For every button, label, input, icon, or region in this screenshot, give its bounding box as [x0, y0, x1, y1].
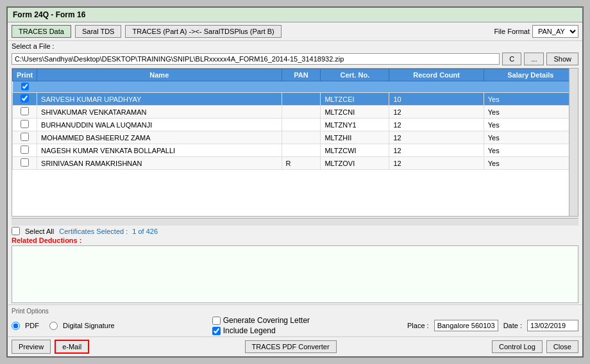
row-checkbox[interactable] [21, 145, 29, 154]
footer-right: Control Log Close [492, 340, 578, 353]
select-all-checkbox[interactable] [12, 227, 20, 235]
table-row[interactable]: SARVESH KUMAR UPADHYAYMLTZCEI10Yes [13, 93, 578, 106]
row-name: SRINIVASAN RAMAKRISHNAN [37, 157, 282, 170]
row-pan [282, 144, 321, 157]
main-window: Form 24Q - Form 16 TRACES Data Saral TDS… [6, 6, 584, 358]
row-name: MOHAMMED BASHEERUZ ZAMA [37, 131, 282, 144]
select-all-label: Select All [25, 228, 54, 235]
cert-selected-label: Certificates Selected : [59, 228, 128, 235]
file-path-row: C:\Users\Sandhya\Desktop\DESKTOP\TRAININ… [8, 51, 582, 67]
generate-covering-label: Generate Covering Letter [223, 316, 310, 325]
row-name: NAGESH KUMAR VENKATA BOLLAPALLI [37, 144, 282, 157]
col-pan: PAN [282, 69, 321, 81]
include-legend-label: Include Legend [223, 326, 276, 335]
row-name: SARVESH KUMAR UPADHYAY [37, 93, 282, 106]
row-pan [282, 93, 321, 106]
table-row[interactable]: MOHAMMED BASHEERUZ ZAMAMLTZHII12Yes [13, 131, 578, 144]
table-row[interactable]: BURHANUDDIN WALA LUQMANJIMLTZNY112Yes [13, 119, 578, 131]
related-deductions-section: Related Deductions : [8, 235, 582, 304]
col-print: Print [13, 69, 37, 81]
row-salary: Yes [484, 93, 577, 106]
table-row[interactable]: SRINIVASAN RAMAKRISHNANRMLTZOVI12Yes [13, 157, 578, 170]
header-checkbox[interactable] [21, 83, 29, 90]
cert-selected-value: 1 of 426 [132, 228, 158, 235]
pdf-label: PDF [25, 322, 39, 329]
row-checkbox[interactable] [21, 133, 29, 141]
title-bar: Form 24Q - Form 16 [8, 8, 582, 22]
browse-button[interactable]: ... [524, 53, 544, 65]
row-name: BURHANUDDIN WALA LUQMANJI [37, 119, 282, 131]
row-cert-no: MLTZOVI [321, 157, 389, 170]
row-record-count: 12 [389, 106, 484, 119]
pdf-radio[interactable] [12, 322, 20, 330]
related-deductions-label: Related Deductions : [12, 236, 578, 244]
footer-center: TRACES PDF Converter [245, 340, 337, 353]
row-salary: Yes [484, 119, 577, 131]
place-date-row: Place : Date : [407, 320, 578, 331]
row-checkbox[interactable] [21, 120, 29, 128]
traces-pdf-button[interactable]: TRACES PDF Converter [245, 340, 337, 353]
row-cert-no: MLTZCWI [321, 144, 389, 157]
row-name: SHIVAKUMAR VENKATARAMAN [37, 106, 282, 119]
row-salary: Yes [484, 106, 577, 119]
file-format-row: File Format PAN_AY [494, 25, 578, 38]
show-button[interactable]: Show [546, 53, 578, 65]
row-checkbox[interactable] [21, 94, 29, 103]
c-button[interactable]: C [502, 53, 521, 65]
row-cert-no: MLTZCEI [321, 93, 389, 106]
row-pan [282, 119, 321, 131]
print-options-section: Print Options PDF Digital Signature Gene… [8, 304, 582, 336]
row-pan: R [282, 157, 321, 170]
control-log-button[interactable]: Control Log [492, 340, 543, 353]
table-row[interactable]: SHIVAKUMAR VENKATARAMANMLTZCNI12Yes [13, 106, 578, 119]
date-input[interactable] [527, 320, 578, 331]
place-input[interactable] [434, 320, 498, 331]
close-button[interactable]: Close [546, 340, 578, 353]
data-table: Print Name PAN Cert. No. Record Count Sa… [12, 69, 578, 170]
place-label: Place : [407, 322, 429, 329]
file-path-display: C:\Users\Sandhya\Desktop\DESKTOP\TRAININ… [12, 53, 500, 65]
vertical-scrollbar[interactable] [569, 69, 578, 216]
select-all-bar: Select All Certificates Selected : 1 of … [8, 226, 582, 235]
row-record-count: 12 [389, 119, 484, 131]
table-body: SARVESH KUMAR UPADHYAYMLTZCEI10YesSHIVAK… [13, 93, 578, 170]
select-file-label: Select a File : [12, 42, 55, 50]
col-salary-details: Salary Details [484, 69, 577, 81]
generate-covering-checkbox[interactable] [212, 317, 221, 325]
row-cert-no: MLTZHII [321, 131, 389, 144]
related-deductions-box [12, 245, 578, 303]
include-legend-checkbox[interactable] [212, 327, 221, 335]
print-mode-row: PDF Digital Signature [12, 322, 115, 330]
toolbar: TRACES Data Saral TDS TRACES (Part A) ->… [8, 22, 582, 41]
traces-part-button[interactable]: TRACES (Part A) -><- SaralTDSPlus (Part … [125, 25, 281, 38]
row-record-count: 10 [389, 93, 484, 106]
date-label: Date : [503, 322, 522, 329]
row-salary: Yes [484, 144, 577, 157]
file-row: Select a File : [8, 41, 582, 51]
file-format-label: File Format [494, 28, 530, 35]
row-checkbox[interactable] [21, 107, 29, 115]
digital-sig-radio[interactable] [49, 322, 58, 330]
email-button[interactable]: e-Mail [55, 340, 89, 354]
row-record-count: 12 [389, 131, 484, 144]
row-pan [282, 131, 321, 144]
row-pan [282, 106, 321, 119]
col-name: Name [37, 69, 282, 81]
traces-data-button[interactable]: TRACES Data [12, 25, 71, 38]
table-row[interactable]: NAGESH KUMAR VENKATA BOLLAPALLIMLTZCWI12… [13, 144, 578, 157]
row-checkbox[interactable] [21, 158, 29, 167]
window-title: Form 24Q - Form 16 [13, 10, 85, 19]
horizontal-scrollbar[interactable] [12, 218, 578, 226]
saral-tds-button[interactable]: Saral TDS [75, 25, 122, 38]
row-cert-no: MLTZCNI [321, 106, 389, 119]
include-legend-row: Include Legend [212, 326, 310, 335]
preview-button[interactable]: Preview [12, 340, 51, 354]
data-table-container: Print Name PAN Cert. No. Record Count Sa… [12, 68, 578, 217]
row-record-count: 12 [389, 144, 484, 157]
table-filter-row [13, 81, 578, 93]
row-salary: Yes [484, 131, 577, 144]
file-format-select[interactable]: PAN_AY [532, 25, 578, 38]
row-cert-no: MLTZNY1 [321, 119, 389, 131]
digital-sig-label: Digital Signature [63, 322, 115, 329]
col-cert-no: Cert. No. [321, 69, 389, 81]
